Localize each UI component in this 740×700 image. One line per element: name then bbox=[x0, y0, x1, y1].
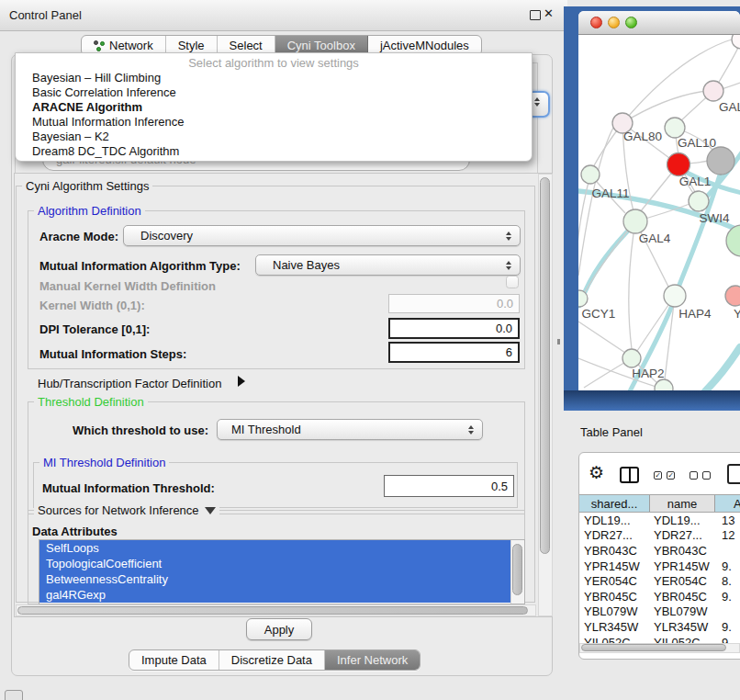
expand-arrow-icon[interactable] bbox=[238, 376, 245, 387]
control-panel-title: Control Panel bbox=[9, 8, 82, 22]
apply-button[interactable]: Apply bbox=[246, 618, 312, 640]
table-row[interactable]: YDR27...YDR27...12 bbox=[579, 528, 740, 544]
hub-definition-label: Hub/Transcription Factor Definition bbox=[38, 377, 221, 390]
aracne-mode-label: Aracne Mode: bbox=[39, 230, 118, 243]
gear-icon[interactable]: ⚙ bbox=[589, 463, 604, 483]
network-canvas[interactable]: GALGAL80GAL10GAL1GAL11SWI4GAL4GCY1HAP4YH… bbox=[578, 35, 740, 390]
network-node[interactable] bbox=[581, 165, 600, 184]
algorithm-option[interactable]: Bayesian – Hill Climbing bbox=[16, 71, 532, 85]
list-scrollbar-thumb[interactable] bbox=[512, 544, 522, 595]
close-traffic-light-icon[interactable] bbox=[590, 17, 602, 28]
which-threshold-combobox[interactable]: MI Threshold bbox=[217, 419, 483, 440]
tab-discretize-data[interactable]: Discretize Data bbox=[219, 650, 325, 670]
node-label: GAL10 bbox=[678, 136, 716, 150]
tab-impute-data[interactable]: Impute Data bbox=[129, 650, 219, 670]
network-node[interactable] bbox=[664, 285, 686, 307]
network-node[interactable] bbox=[667, 153, 690, 176]
table-header[interactable]: shared... name A bbox=[579, 494, 740, 513]
node-label: GAL1 bbox=[679, 175, 712, 188]
table-row[interactable]: YIL052CYIL052C9 bbox=[579, 635, 740, 643]
attribute-item[interactable]: gal4RGexp bbox=[39, 587, 511, 603]
node-label: GAL11 bbox=[591, 186, 629, 200]
cyni-settings-title: Cyni Algorithm Settings bbox=[22, 179, 152, 193]
table-cell: YLR345W bbox=[650, 620, 715, 634]
table-row[interactable]: YLR345WYLR345W9. bbox=[579, 619, 740, 635]
aracne-mode-combobox[interactable]: Discovery bbox=[123, 225, 521, 246]
algorithm-option[interactable]: Bayesian – K2 bbox=[16, 130, 532, 144]
network-node[interactable] bbox=[665, 118, 685, 138]
manual-kernel-checkbox[interactable] bbox=[506, 276, 519, 288]
mi-type-combobox[interactable]: Naive Bayes bbox=[255, 254, 521, 276]
mi-steps-field[interactable]: 6 bbox=[388, 342, 520, 363]
tab-label: Impute Data bbox=[141, 653, 207, 667]
algorithm-list: Bayesian – Hill ClimbingBasic Correlatio… bbox=[16, 71, 532, 159]
table-cell: YER054C bbox=[650, 574, 715, 588]
attribute-item[interactable]: TopologicalCoefficient bbox=[39, 556, 511, 571]
document-icon[interactable] bbox=[727, 464, 740, 484]
data-attributes-list[interactable]: SelfLoopsTopologicalCoefficientBetweenne… bbox=[39, 539, 525, 604]
table-cell: YDL19... bbox=[650, 514, 715, 527]
table-hscrollbar-thumb[interactable] bbox=[581, 644, 726, 651]
column-header-clipped[interactable]: A bbox=[715, 495, 740, 512]
combo-arrows-icon bbox=[506, 261, 511, 270]
algorithm-option[interactable]: Mutual Information Inference bbox=[16, 115, 532, 130]
network-icon bbox=[94, 40, 105, 51]
column-header-shared[interactable]: shared... bbox=[579, 495, 650, 512]
table-rows: YDL19...YDL19...13YDR27...YDR27...12YBR0… bbox=[579, 513, 740, 643]
unchecked-boxes-icon[interactable] bbox=[690, 471, 711, 480]
table-row[interactable]: YBR045CYBR045C9. bbox=[579, 589, 740, 604]
combo-arrows-icon bbox=[506, 231, 511, 241]
collapse-arrow-icon[interactable] bbox=[205, 507, 216, 514]
network-node[interactable] bbox=[703, 81, 723, 101]
tab-infer-network[interactable]: Infer Network bbox=[325, 650, 420, 670]
combo-arrows-icon bbox=[468, 425, 474, 435]
network-node[interactable] bbox=[726, 225, 740, 256]
column-header-name[interactable]: name bbox=[650, 495, 715, 512]
table-cell: YDR27... bbox=[650, 528, 715, 542]
table-cell: YBR043C bbox=[650, 544, 715, 558]
network-node[interactable] bbox=[622, 349, 641, 367]
algorithm-option[interactable]: Dream8 DC_TDC Algorithm bbox=[16, 144, 532, 159]
close-icon[interactable]: ✕ bbox=[544, 6, 554, 20]
checked-boxes-icon[interactable]: ✓✓ bbox=[654, 471, 675, 480]
network-node[interactable] bbox=[655, 379, 673, 390]
table-row[interactable]: YER054CYER054C8. bbox=[579, 573, 740, 589]
algorithm-option[interactable]: Basic Correlation Inference bbox=[16, 85, 532, 100]
algorithm-prompt: Select algorithm to view settings bbox=[16, 56, 532, 71]
zoom-traffic-light-icon[interactable] bbox=[625, 17, 637, 28]
table-row[interactable]: YBR043CYBR043C bbox=[579, 543, 740, 559]
network-node[interactable] bbox=[707, 147, 734, 175]
threshold-title: Threshold Definition bbox=[34, 395, 148, 409]
table-row[interactable]: YPR145WYPR145W9. bbox=[579, 559, 740, 574]
settings-hscrollbar-thumb[interactable] bbox=[17, 606, 528, 615]
mi-type-value: Naive Bayes bbox=[256, 258, 520, 272]
attribute-item[interactable]: BetweennessCentrality bbox=[39, 571, 511, 587]
network-node[interactable] bbox=[623, 209, 647, 233]
node-label: GCY1 bbox=[582, 307, 616, 321]
algorithm-option[interactable]: ARACNE Algorithm bbox=[16, 100, 532, 115]
table-cell: YBR043C bbox=[579, 544, 650, 558]
float-icon[interactable] bbox=[530, 10, 541, 20]
which-threshold-value: MI Threshold bbox=[218, 423, 482, 436]
attribute-item[interactable]: SelfLoops bbox=[39, 540, 511, 556]
dpi-tolerance-field[interactable]: 0.0 bbox=[388, 318, 520, 339]
algorithm-dropdown-popup: Select algorithm to view settings Bayesi… bbox=[15, 52, 533, 162]
network-frame-bottom bbox=[564, 390, 740, 411]
columns-icon[interactable] bbox=[620, 467, 639, 483]
network-node[interactable] bbox=[689, 191, 709, 211]
kernel-width-label: Kernel Width (0,1): bbox=[39, 299, 145, 312]
mi-threshold-field[interactable]: 0.5 bbox=[384, 475, 514, 497]
panel-divider-grip[interactable] bbox=[557, 339, 560, 344]
kernel-width-field[interactable]: 0.0 bbox=[388, 294, 520, 313]
minimized-panel-icon[interactable] bbox=[5, 690, 23, 700]
network-node[interactable] bbox=[725, 286, 740, 306]
network-node[interactable] bbox=[732, 35, 740, 49]
settings-vscrollbar-thumb[interactable] bbox=[540, 177, 550, 554]
table-row[interactable]: YDL19...YDL19...13 bbox=[579, 513, 740, 528]
table-cell: 12 bbox=[715, 528, 740, 542]
node-label: HAP2 bbox=[632, 367, 664, 380]
network-window-titlebar[interactable] bbox=[578, 11, 740, 35]
minimize-traffic-light-icon[interactable] bbox=[608, 17, 620, 28]
table-row[interactable]: YBL079WYBL079W bbox=[579, 604, 740, 620]
table-cell: YBR045C bbox=[650, 590, 715, 604]
